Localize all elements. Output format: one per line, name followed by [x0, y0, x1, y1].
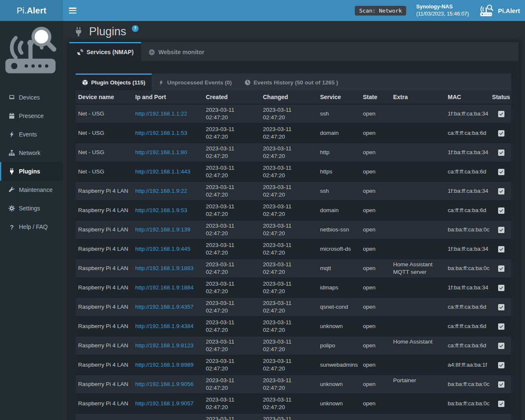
created-cell: 2023-03-11 02:47:20 [203, 414, 260, 420]
extra-cell [391, 317, 445, 336]
status-checkbox[interactable] [498, 381, 504, 388]
ip-port-link[interactable]: http://192.168.1.9:8123 [135, 342, 194, 349]
ip-port-link[interactable]: http://192.168.1.9:22 [135, 187, 187, 195]
tab-website-monitor[interactable]: Website monitor [141, 42, 212, 61]
plug-icon [8, 168, 15, 175]
status-checkbox[interactable] [498, 207, 504, 214]
hamburger-icon[interactable] [69, 8, 76, 13]
ip-port-link[interactable]: http://192.168.1.9:139 [135, 226, 190, 234]
status-checkbox[interactable] [498, 265, 504, 272]
ip-port-link[interactable]: http://192.168.1.9:1883 [135, 265, 194, 272]
status-cell [491, 201, 511, 220]
status-checkbox[interactable] [498, 362, 504, 368]
status-checkbox[interactable] [498, 246, 504, 252]
mac-cell: ca:ff:ff:ca:ba:6d [445, 124, 491, 142]
sidebar-item-events[interactable]: Events [0, 125, 63, 144]
ip-port-link[interactable]: http://192.168.1.1:80 [135, 149, 187, 156]
extra-cell [391, 220, 445, 239]
device-name-cell: Net - USG [76, 124, 133, 142]
created-cell: 2023-03-11 02:47:20 [203, 163, 260, 181]
status-cell [491, 182, 511, 200]
changed-cell: 2023-03-11 02:47:20 [260, 105, 318, 123]
table-row: Raspberry Pi 4 LAN http://192.168.1.9:13… [76, 220, 511, 240]
subtab-unprocessed-events-0[interactable]: Unprocessed Events (0) [152, 74, 238, 90]
ip-port-link[interactable]: http://192.168.1.9:1884 [135, 284, 194, 291]
ip-port-link[interactable]: http://192.168.1.9:445 [135, 245, 190, 253]
ip-port-cell: http://192.168.1.1:80 [133, 143, 203, 162]
status-checkbox[interactable] [498, 323, 504, 330]
extra-cell [391, 124, 445, 142]
sidebar-item-plugins[interactable]: Plugins [0, 162, 63, 181]
ip-port-link[interactable]: http://192.168.1.9:53 [135, 207, 187, 214]
status-checkbox[interactable] [498, 401, 504, 407]
brand-logo[interactable]: Pi.Alert [0, 0, 63, 21]
status-checkbox[interactable] [498, 169, 504, 175]
ip-port-link[interactable]: http://192.168.1.9:9057 [135, 400, 194, 407]
sidebar-item-settings[interactable]: Settings [0, 199, 63, 218]
ip-port-cell: http://192.168.1.1:53 [133, 124, 203, 142]
ip-port-link[interactable]: http://192.168.1.9:4357 [135, 303, 194, 311]
plug-icon [74, 26, 84, 37]
changed-cell: 2023-03-11 02:47:20 [260, 124, 318, 142]
tab-label: Services (NMAP) [87, 49, 134, 55]
status-checkbox[interactable] [498, 304, 504, 310]
ip-port-link[interactable]: http://192.168.1.1:443 [135, 168, 190, 176]
state-cell: open [360, 317, 391, 336]
cube-icon [82, 79, 88, 86]
sidebar-item-network[interactable]: Network [0, 144, 63, 162]
ip-port-cell: http://192.168.1.9:1884 [133, 278, 203, 297]
table-row: Raspberry Pi 4 LAN http://192.168.1.9:90… [76, 414, 511, 420]
ip-port-link[interactable]: http://192.168.1.9:8989 [135, 361, 194, 369]
service-cell: unknown [318, 414, 360, 420]
clock-icon [244, 79, 251, 86]
app-home-link[interactable]: Pi.Alert [479, 4, 520, 17]
sidebar-item-help-faq[interactable]: ? Help / FAQ [0, 218, 63, 236]
sidebar-item-maintenance[interactable]: Maintenance [0, 181, 63, 199]
mac-cell: 1f:ba:ff:ca:ba:34 [445, 105, 491, 123]
status-checkbox[interactable] [498, 343, 504, 349]
status-checkbox[interactable] [498, 150, 504, 156]
sidebar-item-label: Network [19, 150, 40, 156]
brand-bold: Alert [27, 6, 47, 16]
subtab-events-history-50-out-of-1265[interactable]: Events History (50 out of 1265 ) [238, 74, 344, 90]
ip-port-cell: http://192.168.1.9:4357 [133, 298, 203, 316]
tab-services-nmap[interactable]: Services (NMAP) [69, 42, 141, 61]
ip-port-cell: http://192.168.1.9:1883 [133, 259, 203, 278]
subtab-plugin-objects-115[interactable]: Plugin Objects (115) [76, 74, 152, 90]
mac-cell: ca:ff:ff:ca:ba:6d [445, 201, 491, 220]
changed-cell: 2023-03-11 02:47:20 [260, 240, 318, 258]
outer-tabs: Services (NMAP) Website monitor [69, 42, 519, 61]
sidebar-item-label: Presence [19, 113, 44, 119]
service-cell: unknown [318, 375, 360, 394]
sidebar-item-devices[interactable]: Devices [0, 88, 63, 107]
state-cell: open [360, 259, 391, 278]
help-badge[interactable]: ? [132, 25, 139, 32]
table-row: Raspberry Pi 4 LAN http://192.168.1.9:90… [76, 375, 511, 394]
device-name-cell: Raspberry Pi 4 LAN [76, 394, 133, 413]
device-name-cell: Raspberry Pi 4 LAN [76, 298, 133, 316]
sidebar-item-presence[interactable]: Presence [0, 107, 63, 125]
gear-icon [8, 205, 15, 212]
device-name-cell: Raspberry Pi 4 LAN [76, 220, 133, 239]
mac-cell: ba:ba:ff:ca:ba:0c [445, 394, 491, 413]
question-icon: ? [8, 223, 15, 230]
sidebar-item-label: Help / FAQ [19, 223, 47, 230]
ip-port-link[interactable]: http://192.168.1.1:53 [135, 129, 187, 137]
status-checkbox[interactable] [498, 227, 504, 233]
ip-port-link[interactable]: http://192.168.1.9:4384 [135, 323, 194, 330]
ip-port-link[interactable]: http://192.168.1.9:9056 [135, 381, 194, 388]
state-cell: open [360, 298, 391, 316]
status-checkbox[interactable] [498, 188, 504, 194]
page-title-text: Plugins [89, 25, 126, 38]
status-cell [491, 259, 511, 278]
changed-cell: 2023-03-11 02:47:20 [260, 356, 318, 374]
ip-port-link[interactable]: http://192.168.1.1:22 [135, 110, 187, 118]
column-header: Status [491, 90, 511, 104]
created-cell: 2023-03-11 02:47:20 [203, 201, 260, 220]
state-cell: open [360, 182, 391, 200]
status-checkbox[interactable] [498, 285, 504, 291]
changed-cell: 2023-03-11 02:47:20 [260, 336, 318, 355]
status-checkbox[interactable] [498, 130, 504, 136]
changed-cell: 2023-03-11 02:47:20 [260, 143, 318, 162]
status-checkbox[interactable] [498, 111, 504, 117]
